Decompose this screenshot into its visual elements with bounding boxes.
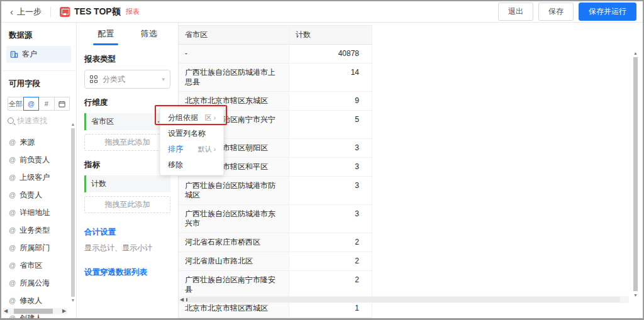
cell-count: 2 xyxy=(289,252,372,271)
menu-item-label: 设置列名称 xyxy=(168,128,206,139)
table-body: -40878广西壮族自治区防城港市上思县14北京市北京市辖区东城区9广西壮族自治… xyxy=(179,45,372,320)
back-label: 上一步 xyxy=(17,6,42,18)
field-item[interactable]: @上级客户 xyxy=(1,168,76,186)
row-dimension-chip[interactable]: 省市区 ⋯ xyxy=(84,113,170,130)
field-label: 详细地址 xyxy=(19,207,50,218)
report-builder-window: ‹ 上一步 TES TOP额 报表 退出 保存 保存并运行 数据源 客户 xyxy=(0,0,644,320)
field-item[interactable]: @所属部门 xyxy=(1,239,76,257)
cell-count: 14 xyxy=(289,63,372,92)
at-field-icon: @ xyxy=(9,138,16,146)
menu-item-排序[interactable]: 排序默认 › xyxy=(160,141,223,157)
at-field-icon: @ xyxy=(9,244,16,251)
field-item[interactable]: @来源 xyxy=(1,133,76,151)
at-field-icon: @ xyxy=(9,279,16,287)
at-field-icon: @ xyxy=(9,191,16,199)
metric-chip[interactable]: 计数 xyxy=(84,175,170,192)
metric-value: 计数 xyxy=(91,179,106,189)
table-row: 河北省石家庄市桥西区2 xyxy=(179,233,372,252)
field-item[interactable]: @前负责人 xyxy=(1,151,76,168)
report-app-icon xyxy=(60,7,70,17)
exit-button[interactable]: 退出 xyxy=(498,3,533,21)
field-item[interactable]: @业务类型 xyxy=(1,221,76,239)
field-label: 业务类型 xyxy=(19,225,50,236)
report-type-tag: 报表 xyxy=(126,7,140,16)
table-header-row: 省市区 计数 xyxy=(179,25,372,45)
cell-count: 5 xyxy=(289,111,372,139)
menu-item-移除[interactable]: 移除 xyxy=(160,157,223,173)
cell-region: 广西壮族自治区南宁市隆安县 xyxy=(179,271,289,299)
tab-filter[interactable]: 筛选 xyxy=(128,23,171,45)
total-settings-link[interactable]: 合计设置 xyxy=(84,227,170,238)
at-field-icon: @ xyxy=(9,226,16,234)
scroll-right-icon[interactable]: ▶ xyxy=(61,308,67,314)
menu-item-设置列名称[interactable]: 设置列名称 xyxy=(160,126,223,141)
datasource-item-customer[interactable]: 客户 xyxy=(6,46,71,63)
topbar-divider xyxy=(50,7,51,17)
table-row: 广西壮族自治区防城港市防城区3 xyxy=(179,177,372,205)
tab-config[interactable]: 配置 xyxy=(84,23,128,45)
field-label: 负责人 xyxy=(19,190,42,201)
scroll-left-icon[interactable]: ◀ xyxy=(3,308,9,314)
field-filter-tabs: 全部@# xyxy=(8,97,70,111)
cell-region: 河北省石家庄市桥西区 xyxy=(179,233,289,252)
scroll-up-icon[interactable]: ▲ xyxy=(633,50,638,56)
at-field-icon: @ xyxy=(9,174,16,181)
field-filter-tab-@[interactable]: @ xyxy=(23,97,40,111)
field-label: 上级客户 xyxy=(19,172,50,183)
scrollbar-thumb[interactable] xyxy=(187,297,620,302)
field-label: 修改人 xyxy=(19,295,42,306)
cell-count: 3 xyxy=(289,139,372,158)
cell-region: - xyxy=(179,45,289,63)
report-type-label: 报表类型 xyxy=(84,54,170,65)
cell-region: 广西壮族自治区防城港市上思县 xyxy=(179,63,289,92)
topbar: ‹ 上一步 TES TOP额 报表 退出 保存 保存并运行 xyxy=(1,1,643,23)
scroll-up-icon[interactable]: ▲ xyxy=(70,122,75,127)
field-context-menu: 分组依据区 ›设置列名称排序默认 ›移除 xyxy=(160,108,224,175)
table-row: 广西壮族自治区防城港市东兴市3 xyxy=(179,205,372,233)
column-header-count: 计数 xyxy=(289,25,372,45)
scrollbar-thumb[interactable] xyxy=(71,128,75,297)
cell-count: 40878 xyxy=(289,45,372,63)
sidebar-horizontal-scrollbar[interactable]: ◀ ▶ xyxy=(3,308,67,314)
scrollbar-thumb[interactable] xyxy=(633,57,638,291)
column-header-region: 省市区 xyxy=(179,25,289,45)
field-label: 前负责人 xyxy=(19,155,50,165)
category-grid-icon xyxy=(90,75,97,83)
metric-dropzone[interactable]: 拖拽至此添加 xyxy=(84,196,170,213)
save-and-run-button[interactable]: 保存并运行 xyxy=(579,3,636,21)
table-vertical-scrollbar[interactable]: ▲ ▼ xyxy=(633,50,638,298)
field-filter-tab-date[interactable] xyxy=(55,97,70,111)
field-list: @来源@前负责人@上级客户@负责人@详细地址@业务类型@所属部门@省市区@所属公… xyxy=(1,133,76,320)
field-item[interactable]: @详细地址 xyxy=(1,204,76,221)
chevron-left-icon: ‹ xyxy=(10,7,13,16)
sidebar-vertical-scrollbar[interactable]: ▲ ▼ xyxy=(70,122,75,303)
search-input[interactable] xyxy=(17,116,61,125)
cell-count: 3 xyxy=(289,177,372,205)
field-item[interactable]: @负责人 xyxy=(1,186,76,204)
fields-header: 可用字段 xyxy=(1,71,76,94)
at-field-icon: @ xyxy=(9,209,16,216)
back-button[interactable]: ‹ 上一步 xyxy=(10,6,42,18)
scroll-left-icon[interactable]: ◀ xyxy=(179,297,185,303)
field-filter-tab-all[interactable]: 全部 xyxy=(8,97,24,111)
scroll-down-icon[interactable]: ▼ xyxy=(633,292,638,298)
table-row: 河北省唐山市路北区2 xyxy=(179,252,372,271)
scroll-down-icon[interactable]: ▼ xyxy=(70,298,75,303)
cell-count: 3 xyxy=(289,205,372,233)
datasource-sidebar: 数据源 客户 可用字段 全部@# @来源@前负责人@上级客户@负责人@详细地址@… xyxy=(1,23,77,318)
menu-item-分组依据[interactable]: 分组依据区 › xyxy=(160,110,223,126)
report-type-select[interactable]: 分类式 ▾ xyxy=(84,70,170,89)
field-item[interactable]: @所属公海 xyxy=(1,274,76,292)
row-dimension-dropzone[interactable]: 拖拽至此添加 xyxy=(84,134,170,151)
field-label: 所属部门 xyxy=(19,243,50,253)
save-button[interactable]: 保存 xyxy=(538,3,574,21)
search-icon xyxy=(8,118,14,124)
field-item[interactable]: @省市区 xyxy=(1,257,76,274)
drill-through-link[interactable]: 设置穿透数据列表 xyxy=(84,267,170,278)
field-filter-tab-#[interactable]: # xyxy=(39,97,55,111)
table-row: 广西壮族自治区防城港市上思县14 xyxy=(179,63,372,92)
field-item[interactable]: @修改人 xyxy=(1,292,76,309)
scrollbar-thumb[interactable] xyxy=(14,309,53,314)
table-horizontal-scrollbar[interactable]: ◀ ▶ xyxy=(179,296,629,303)
at-field-icon: @ xyxy=(9,262,16,269)
